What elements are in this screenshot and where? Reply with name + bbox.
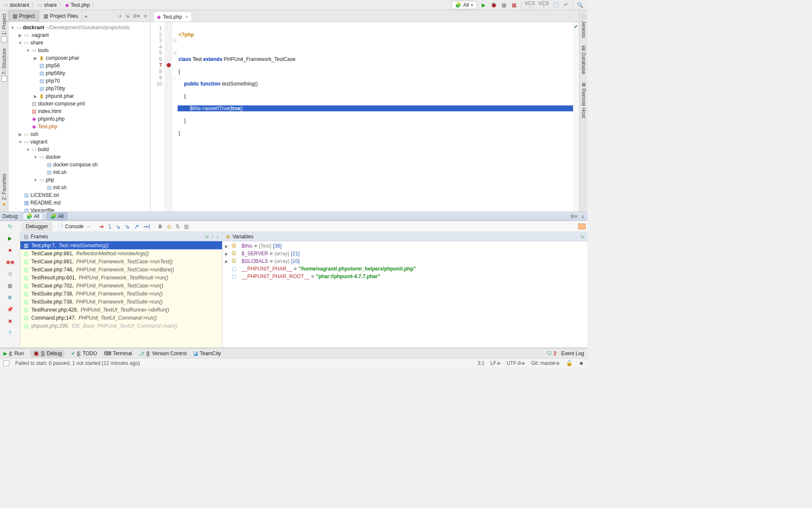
stack-frame[interactable]: ▥phpunit.php:299, IDE_Base_PHPUnit_TextU…: [20, 322, 222, 330]
pin-icon[interactable]: 📌: [6, 306, 14, 313]
dock-remote-host-button[interactable]: 🖥Remote Host: [581, 82, 587, 118]
stack-frame[interactable]: ▥TestRunner.php:428, PHPUnit_TextUI_Test…: [20, 306, 222, 314]
settings-icon[interactable]: ⚙: [6, 294, 14, 301]
tab-project[interactable]: ▥Project: [8, 10, 39, 22]
search-icon[interactable]: 🔍: [576, 2, 583, 8]
tree-item[interactable]: ▼▭php: [8, 176, 150, 184]
code-content[interactable]: <?php class Test extends PHPUnit_Framewo…: [178, 22, 573, 212]
stack-frame[interactable]: ▥Command.php:147, PHPUnit_TextUI_Command…: [20, 314, 222, 322]
tree-item[interactable]: ▼▭share: [8, 39, 150, 47]
stack-frame[interactable]: ▥TestCase.php:702, PHPUnit_Framework_Tes…: [20, 282, 222, 290]
toolwindow-todo[interactable]: ✔6: TODO: [71, 351, 97, 356]
tree-item[interactable]: ◆phpinfo.php: [8, 115, 150, 123]
revert-button[interactable]: ↶: [562, 2, 569, 8]
variable-row[interactable]: ▢ __PHPUNIT_PHAR_ROOT__ = "phar://phpuni…: [222, 273, 587, 280]
tab-console[interactable]: 📄Console→: [54, 223, 94, 230]
tree-item[interactable]: ▼▭vagrant: [8, 138, 150, 146]
status-indicator-icon[interactable]: [3, 360, 9, 366]
tab-debugger[interactable]: Debugger: [22, 222, 52, 231]
tree-item[interactable]: ▼▭build: [8, 146, 150, 153]
frames-list[interactable]: ▥Test.php:7, Test->testSomething()▥TestC…: [20, 241, 222, 348]
variable-row[interactable]: ▢ __PHPUNIT_PHAR__ = "/home/vagrant/.php…: [222, 265, 587, 273]
step-out-icon[interactable]: ↗: [134, 223, 139, 230]
resume-icon[interactable]: ▶: [6, 235, 14, 242]
variable-row[interactable]: ▶⦿ $this = {Test} [36]: [222, 242, 587, 250]
variable-row[interactable]: ▶⦿ $_SERVER = {array} [21]: [222, 250, 587, 257]
tree-item[interactable]: ▤php56: [8, 62, 150, 69]
vcs-update-button[interactable]: VCS↓: [525, 2, 535, 8]
tree-item[interactable]: ▤docker-compose.yml: [8, 100, 150, 108]
breakpoint-icon[interactable]: [167, 63, 171, 67]
evaluate-icon[interactable]: 🖩: [158, 224, 163, 229]
dock-favorites-button[interactable]: ★2: Favorites: [1, 174, 7, 207]
debug-session-tab-active[interactable]: 🧩All: [47, 213, 67, 220]
step-into-icon[interactable]: ↘: [115, 223, 121, 230]
debug-button[interactable]: 🐞: [491, 2, 497, 8]
restore-icon[interactable]: ⇲: [580, 234, 584, 240]
run-to-cursor-icon[interactable]: ➙I: [143, 223, 150, 230]
memory-icon[interactable]: ▥: [184, 224, 189, 229]
tree-root[interactable]: ▼▭dockrant ~/Development/Gurukami/projec…: [8, 24, 150, 31]
watch-icon[interactable]: ◎: [167, 224, 171, 229]
dock-jenkins-button[interactable]: Jenkins: [581, 14, 587, 38]
tree-item[interactable]: ▶▮phpunit.phar: [8, 92, 150, 100]
hide-icon[interactable]: ⤓: [581, 213, 585, 219]
tree-item[interactable]: ▶▮composer.phar: [8, 54, 150, 62]
dock-project-button[interactable]: 1: Project: [1, 14, 7, 42]
breakpoints-icon[interactable]: ◉◉: [6, 258, 14, 266]
toolwindow-terminal[interactable]: ⌨Terminal: [104, 351, 132, 356]
code-editor[interactable]: 12345678910 ⊟⊟⌞ <?php class Test extends…: [151, 22, 579, 212]
collapse-all-icon[interactable]: ⇲: [125, 13, 129, 19]
breadcrumb-file[interactable]: ◆ Test.php: [63, 0, 92, 10]
stack-frame[interactable]: ▥TestSuite.php:738, PHPUnit_Framework_Te…: [20, 298, 222, 306]
tree-item[interactable]: ▤README.md: [8, 199, 150, 207]
scroll-target-icon[interactable]: ⌖: [119, 13, 122, 19]
file-encoding[interactable]: UTF-8≑: [507, 360, 525, 366]
help-icon[interactable]: ?: [6, 329, 14, 337]
tree-item[interactable]: ▤init.sh: [8, 168, 150, 176]
hector-icon[interactable]: ☻: [579, 360, 584, 366]
tree-item[interactable]: ▤php56tty: [8, 69, 150, 77]
toolwindow-vcs[interactable]: ⎇9: Version Control: [139, 351, 187, 356]
stack-frame[interactable]: ▥TestCase.php:881, PHPUnit_Framework_Tes…: [20, 257, 222, 265]
tree-item[interactable]: ▤init.sh: [8, 184, 150, 191]
stack-frame[interactable]: ▥TestResult.php:601, PHPUnit_Framework_T…: [20, 273, 222, 282]
gear-icon[interactable]: ⚙▾: [133, 13, 140, 19]
breadcrumb-share[interactable]: ▭ share: [36, 0, 59, 10]
stack-frame[interactable]: ▥Test.php:7, Test->testSomething(): [20, 241, 222, 249]
coverage-button[interactable]: ▦: [501, 2, 508, 8]
sort-icon[interactable]: ⇅: [176, 224, 180, 229]
stop-icon[interactable]: ■: [6, 246, 14, 254]
dropdown-icon[interactable]: ⇲: [204, 234, 208, 240]
lock-icon[interactable]: 🔓: [566, 360, 573, 366]
stack-frame[interactable]: ▥TestCase.php:746, PHPUnit_Framework_Tes…: [20, 265, 222, 273]
dock-structure-button[interactable]: 7: Structure: [1, 48, 7, 82]
stop-button[interactable]: ▩: [511, 2, 518, 8]
layout-indicator-icon[interactable]: [578, 224, 586, 229]
breakpoint-gutter[interactable]: [165, 22, 173, 212]
variables-list[interactable]: ▶⦿ $this = {Test} [36] ▶⦿ $_SERVER = {ar…: [222, 241, 587, 348]
tree-item[interactable]: ▶▭ssh: [8, 130, 150, 138]
caret-position[interactable]: 3:1: [477, 360, 485, 366]
restore-layout-icon[interactable]: ▦: [6, 282, 14, 290]
history-button[interactable]: 🕘: [552, 2, 559, 8]
error-stripe[interactable]: ✔: [573, 22, 579, 212]
close-icon[interactable]: ×: [185, 14, 188, 20]
breadcrumb-root[interactable]: ▭ dockrant: [2, 0, 32, 10]
tree-item[interactable]: ▤php70tty: [8, 85, 150, 92]
chevron-right-icon[interactable]: ▸: [82, 13, 90, 19]
close-icon[interactable]: ✖: [6, 318, 14, 325]
tree-item[interactable]: ▤Vagrantfile: [8, 207, 150, 212]
toolwindow-teamcity[interactable]: ◪TeamCity: [193, 351, 221, 356]
show-exec-point-icon[interactable]: ➔: [99, 223, 104, 230]
toolwindow-debug[interactable]: 🐞5: Debug: [30, 350, 64, 357]
fold-gutter[interactable]: ⊟⊟⌞: [173, 22, 178, 212]
tab-project-files[interactable]: ▥Project Files: [39, 10, 82, 22]
rerun-icon[interactable]: ↻: [6, 223, 14, 230]
gear-icon[interactable]: ⚙▾: [570, 213, 577, 219]
run-config-selector[interactable]: 🧩 All ▾: [451, 1, 477, 9]
event-log-button[interactable]: 🗨2 Event Log: [547, 351, 584, 356]
tree-item[interactable]: ▶▭.vagrant: [8, 31, 150, 39]
dock-database-button[interactable]: 🗄Database: [581, 46, 587, 74]
stack-frame[interactable]: ▥TestSuite.php:738, PHPUnit_Framework_Te…: [20, 290, 222, 298]
